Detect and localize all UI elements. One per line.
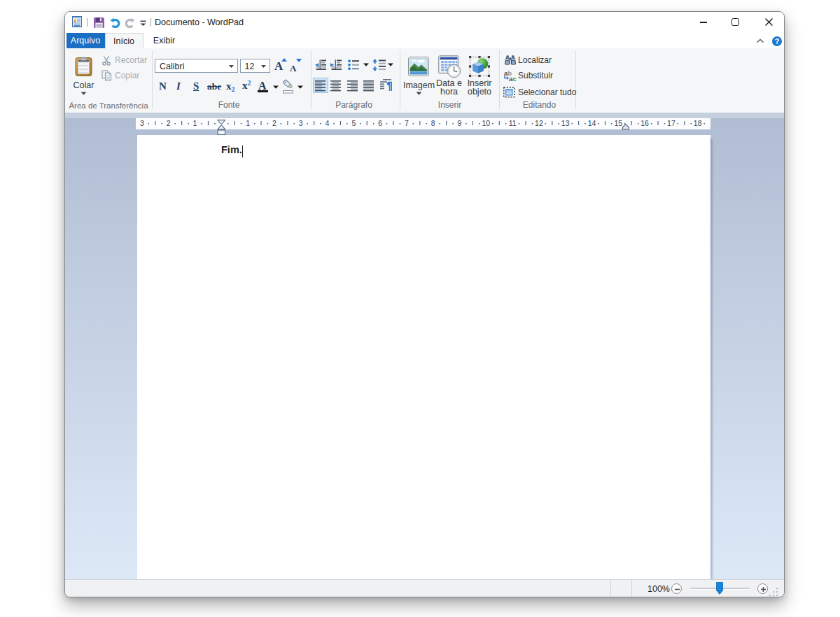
svg-text:3: 3 <box>299 119 303 127</box>
svg-text:11: 11 <box>509 119 517 127</box>
svg-text:ac: ac <box>509 75 517 82</box>
svg-text:18: 18 <box>694 119 702 127</box>
svg-text:6: 6 <box>378 119 382 127</box>
svg-text:1: 1 <box>246 119 250 127</box>
svg-text:8: 8 <box>431 119 435 127</box>
svg-text:12: 12 <box>535 119 543 127</box>
svg-text:15: 15 <box>614 119 622 127</box>
svg-text:10: 10 <box>482 119 490 127</box>
svg-text:9: 9 <box>458 119 462 127</box>
svg-text:16: 16 <box>640 119 649 127</box>
svg-text:2: 2 <box>272 119 276 127</box>
svg-text:?: ? <box>775 37 780 45</box>
svg-text:2: 2 <box>167 119 171 127</box>
svg-text:17: 17 <box>667 119 676 127</box>
svg-text:3: 3 <box>140 119 144 127</box>
svg-text:4: 4 <box>326 119 330 127</box>
svg-text:5: 5 <box>351 119 356 127</box>
svg-text:1: 1 <box>193 119 197 127</box>
svg-text:14: 14 <box>588 119 596 127</box>
svg-text:7: 7 <box>405 119 409 127</box>
svg-text:13: 13 <box>561 119 570 127</box>
